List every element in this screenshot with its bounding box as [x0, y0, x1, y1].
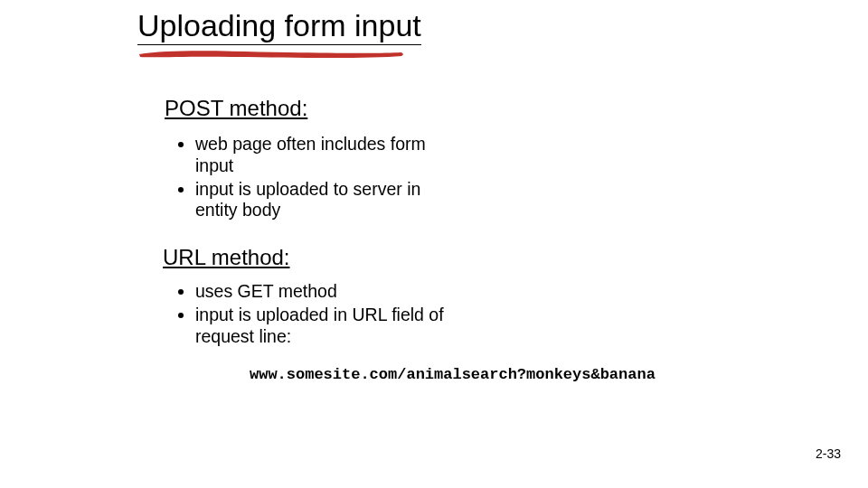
page-number: 2-33	[816, 446, 841, 461]
url-method-heading: URL method:	[163, 245, 290, 270]
url-method-bullets: uses GET method input is uploaded in URL…	[174, 281, 448, 349]
post-method-bullets: web page often includes form input input…	[174, 134, 448, 223]
list-item: input is uploaded to server in entity bo…	[195, 179, 448, 222]
example-url-text: www.somesite.com/animalsearch?monkeys&ba…	[250, 366, 656, 383]
post-method-heading: POST method:	[165, 96, 307, 121]
slide-title: Uploading form input	[137, 7, 421, 45]
hand-drawn-underline-icon	[136, 45, 407, 63]
slide: Uploading form input POST method: web pa…	[0, 0, 868, 488]
list-item: uses GET method	[195, 281, 448, 303]
list-item: input is uploaded in URL field of reques…	[195, 305, 448, 348]
list-item: web page often includes form input	[195, 134, 448, 177]
